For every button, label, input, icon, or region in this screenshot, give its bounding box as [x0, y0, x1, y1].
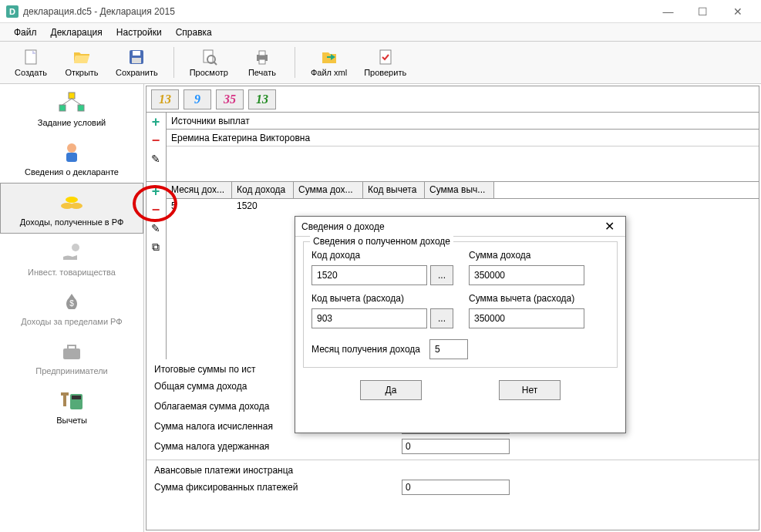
sidebar-item-conditions[interactable]: Задание условий [0, 84, 143, 133]
row-fixed-payments: Сумма фиксированных платежей [154, 477, 751, 497]
check-doc-icon [376, 48, 395, 66]
menu-settings[interactable]: Настройки [110, 25, 168, 40]
advance-section: Авансовые платежи иностранца Сумма фикси… [146, 460, 759, 500]
sidebar-item-deductions[interactable]: Вычеты [0, 382, 143, 431]
sidebar-item-label: Вычеты [56, 416, 87, 425]
printer-icon [253, 48, 271, 66]
col-code[interactable]: Код дохода [232, 182, 294, 198]
copy-icon: ⧉ [152, 241, 160, 254]
rate-9-button[interactable]: 9 [184, 89, 211, 109]
menu-file[interactable]: Файл [8, 25, 43, 40]
grid-row[interactable]: 5 1520 [167, 199, 759, 216]
remove-source-button[interactable]: − [146, 131, 165, 150]
svg-rect-14 [78, 105, 84, 111]
col-deduct-code[interactable]: Код вычета [363, 182, 425, 198]
add-income-button[interactable]: + [146, 182, 165, 200]
svg-rect-0 [25, 50, 36, 64]
calculator-icon [56, 388, 87, 412]
sidebar-item-label: Доходы, полученные в РФ [20, 217, 124, 227]
income-grid-buttons: + − ✎ ⧉ [146, 182, 167, 359]
dialog-close-button[interactable]: ✕ [600, 219, 619, 234]
sources-section: + − ✎ Источники выплат Еремина Екатерина… [146, 113, 759, 182]
svg-rect-9 [259, 51, 265, 56]
field-month: Месяц получения дохода [311, 339, 609, 359]
create-label: Создать [15, 68, 47, 77]
svg-rect-12 [69, 93, 75, 99]
sidebar-item-income-rf[interactable]: Доходы, полученные в РФ [0, 183, 143, 234]
input-income-sum[interactable] [469, 265, 584, 285]
browse-deduct-code-button[interactable]: ... [430, 308, 453, 328]
app-icon: D [6, 5, 19, 18]
sidebar-item-income-abroad[interactable]: $ Доходы за пределами РФ [0, 283, 143, 332]
fieldset-legend: Сведения о полученном доходе [310, 236, 453, 247]
remove-income-button[interactable]: − [146, 200, 165, 219]
hand-coin-icon [56, 240, 87, 264]
print-label: Печать [248, 68, 276, 77]
maximize-button[interactable]: ☐ [685, 1, 720, 22]
sidebar-item-entrepreneurs[interactable]: Предприниматели [0, 332, 143, 382]
col-month[interactable]: Месяц дох... [167, 182, 232, 198]
menu-declaration[interactable]: Декларация [45, 25, 109, 40]
preview-label: Просмотр [190, 68, 228, 77]
menubar: Файл Декларация Настройки Справка [0, 23, 761, 42]
preview-button[interactable]: Просмотр [184, 46, 234, 79]
col-sum[interactable]: Сумма дох... [294, 182, 363, 198]
svg-point-21 [66, 197, 78, 203]
open-button[interactable]: Открыть [59, 46, 105, 79]
input-deduct-sum[interactable] [469, 308, 584, 328]
titlebar: D декларация.dc5 - Декларация 2015 — ☐ ✕ [0, 0, 761, 23]
rate-13-alt-button[interactable]: 13 [248, 89, 276, 109]
svg-rect-18 [66, 153, 77, 162]
svg-rect-3 [133, 51, 140, 56]
new-document-icon [22, 48, 40, 66]
export-icon [320, 48, 338, 66]
minimize-button[interactable]: — [651, 1, 685, 22]
print-button[interactable]: Печать [239, 46, 285, 79]
input-income-code[interactable] [311, 265, 427, 285]
copy-income-button[interactable]: ⧉ [146, 237, 165, 256]
close-button[interactable]: ✕ [720, 1, 755, 22]
svg-rect-25 [68, 345, 76, 350]
yes-button[interactable]: Да [360, 380, 422, 400]
sidebar-item-declarant[interactable]: Сведения о декларанте [0, 133, 143, 183]
input-tax-withheld[interactable] [402, 439, 510, 454]
edit-income-button[interactable]: ✎ [146, 219, 165, 237]
sidebar-item-label: Задание условий [38, 118, 106, 127]
folder-open-icon [72, 48, 91, 66]
plus-icon: + [152, 184, 160, 200]
field-grid: Код дохода ... Сумма дохода Код вычета (… [311, 250, 609, 328]
separator [295, 47, 295, 78]
browse-income-code-button[interactable]: ... [430, 265, 453, 285]
input-fixed-payments[interactable] [402, 480, 510, 495]
input-month[interactable] [429, 339, 468, 359]
svg-line-15 [62, 99, 72, 105]
dialog-body: Сведения о полученном доходе Код дохода … [295, 237, 625, 405]
menu-help[interactable]: Справка [170, 25, 218, 40]
sidebar-item-invest[interactable]: Инвест. товарищества [0, 234, 143, 283]
col-deduct-sum[interactable]: Сумма выч... [425, 182, 494, 198]
sidebar-item-label: Предприниматели [35, 366, 107, 375]
edit-icon: ✎ [151, 222, 160, 234]
cell-code: 1520 [232, 199, 294, 216]
source-row[interactable]: Еремина Екатерина Викторовна [167, 130, 759, 146]
separator [173, 47, 174, 78]
file-xml-button[interactable]: Файл xml [305, 46, 353, 79]
add-source-button[interactable]: + [146, 113, 165, 131]
dialog-buttons: Да Нет [303, 380, 618, 400]
rate-13-button[interactable]: 13 [151, 89, 179, 109]
edit-source-button[interactable]: ✎ [146, 150, 165, 168]
sources-buttons: + − ✎ [146, 113, 167, 181]
no-button[interactable]: Нет [499, 380, 561, 400]
save-button[interactable]: Сохранить [109, 46, 164, 79]
field-deduct-sum: Сумма вычета (расхода) [469, 293, 609, 328]
rate-35-button[interactable]: 35 [216, 89, 244, 109]
rate-tabs: 13 9 35 13 [146, 86, 759, 113]
field-income-sum: Сумма дохода [469, 250, 609, 285]
svg-point-20 [70, 203, 82, 209]
svg-rect-13 [59, 105, 66, 111]
verify-button[interactable]: Проверить [358, 46, 412, 79]
create-button[interactable]: Создать [8, 46, 54, 79]
input-deduct-code[interactable] [311, 308, 427, 328]
window-buttons: — ☐ ✕ [651, 1, 755, 22]
cell-month: 5 [167, 199, 232, 216]
